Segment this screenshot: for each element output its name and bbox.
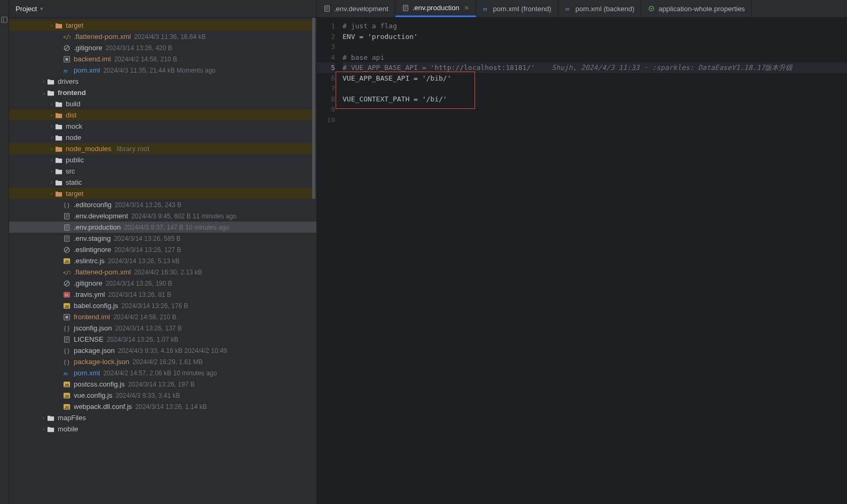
tree-item[interactable]: JS.eslintrc.js2024/3/14 13:26, 5.13 kB	[9, 255, 316, 266]
chevron-right-icon[interactable]: ›	[49, 191, 55, 196]
code-line[interactable]: # base api	[343, 52, 847, 63]
tree-item-label: LICENSE	[74, 335, 104, 343]
tree-item[interactable]: .env.staging2024/3/14 13:26, 585 B	[9, 233, 316, 244]
chevron-right-icon[interactable]: ›	[49, 157, 55, 163]
cfg-icon: { }	[63, 201, 71, 209]
editor-tab[interactable]: mpom.xml (frontend)	[476, 0, 558, 17]
code-line[interactable]	[343, 115, 847, 125]
folder-o-icon	[55, 111, 63, 120]
code-line[interactable]	[343, 104, 847, 115]
ignore-icon	[63, 44, 71, 52]
tree-item[interactable]: JSpostcss.config.js2024/3/14 13:26, 197 …	[9, 379, 316, 390]
tree-item-meta: 2024/3/14 13:26, 585 B	[114, 235, 181, 242]
line-number: 4	[317, 52, 335, 63]
file-tree[interactable]: ›target</>.flattened-pom.xml2024/4/3 11:…	[9, 18, 316, 504]
tree-item-label: mock	[66, 122, 82, 130]
tree-item[interactable]: ›static	[9, 177, 316, 188]
tree-item[interactable]: JSwebpack.dll.conf.js2024/3/14 13:26, 1.…	[9, 401, 316, 412]
tree-item[interactable]: { }package-lock.json2024/4/2 16:29, 1.61…	[9, 356, 316, 367]
code-line[interactable]: VUE_APP_BASE_API = '/bib/'	[343, 73, 847, 84]
editor-tab[interactable]: mpom.xml (backend)	[558, 0, 642, 17]
chevron-right-icon[interactable]: ›	[49, 123, 55, 129]
folder-icon	[55, 167, 63, 176]
code-line[interactable]	[343, 42, 847, 52]
tree-item[interactable]: .env.production2024/4/3 9:37, 147 B 10 m…	[9, 222, 316, 233]
tree-item-label: .eslintignore	[74, 246, 111, 254]
folder-icon	[55, 156, 63, 164]
tree-item[interactable]: backend.iml2024/4/2 14:58, 210 B	[9, 53, 316, 65]
tree-item[interactable]: .gitignore2024/3/14 13:26, 420 B	[9, 42, 316, 53]
tree-item-meta: 2024/4/2 14:57, 2.06 kB 10 minutes ago	[103, 369, 217, 377]
tree-item[interactable]: ›mobile	[9, 423, 316, 435]
code-editor[interactable]: 12345678910 # just a flagENV = 'producti…	[317, 18, 847, 504]
tree-item[interactable]: mpom.xml2024/4/3 11:35, 21.44 kB Moments…	[9, 65, 316, 76]
tree-item[interactable]: ›mock	[9, 121, 316, 132]
chevron-right-icon[interactable]: ›	[49, 101, 55, 107]
editor-tab[interactable]: application-whole.properties	[641, 0, 752, 17]
folder-o-icon	[55, 145, 63, 153]
tree-item[interactable]: mpom.xml2024/4/2 14:57, 2.06 kB 10 minut…	[9, 367, 316, 379]
folder-icon	[55, 100, 63, 108]
tree-item-label: src	[66, 167, 75, 175]
close-icon[interactable]: ✕	[464, 4, 469, 12]
tree-item[interactable]: { }.editorconfig2024/3/14 13:26, 243 B	[9, 199, 316, 210]
tree-item[interactable]: ›node_moduleslibrary root	[9, 143, 316, 154]
chevron-right-icon[interactable]: ›	[41, 415, 46, 421]
tree-item[interactable]: ›mapFiles	[9, 412, 316, 423]
svg-line-27	[65, 281, 69, 285]
chevron-right-icon[interactable]: ›	[49, 146, 55, 152]
json-icon: { }	[63, 324, 71, 333]
tree-item[interactable]: .eslintignore2024/3/14 13:26, 127 B	[9, 244, 316, 255]
project-tool-icon[interactable]	[1, 16, 8, 23]
code-line[interactable]	[343, 83, 847, 94]
tree-item[interactable]: Y!.travis.yml2024/3/14 13:26, 81 B	[9, 289, 316, 300]
tree-item[interactable]: LICENSE2024/3/14 13:26, 1.07 kB	[9, 334, 316, 345]
tree-item[interactable]: ›target	[9, 20, 316, 31]
tree-item[interactable]: ›build	[9, 98, 316, 109]
tree-item[interactable]: { }jsconfig.json2024/3/14 13:26, 137 B	[9, 322, 316, 334]
svg-text:Y!: Y!	[65, 293, 68, 296]
editor-area: .env.development.env.production✕mpom.xml…	[317, 0, 847, 504]
code-line[interactable]: ENV = 'production'	[343, 32, 847, 42]
chevron-down-icon[interactable]: ⌄	[41, 90, 46, 96]
tree-item[interactable]: { }package.json2024/4/3 9:33, 4.16 kB 20…	[9, 345, 316, 356]
tree-item[interactable]: ›src	[9, 166, 316, 177]
svg-text:JS: JS	[65, 259, 69, 263]
tree-item[interactable]: ›public	[9, 154, 316, 166]
tree-scrollbar[interactable]	[312, 18, 315, 199]
tree-item[interactable]: JSvue.config.js2024/4/3 9:33, 3.41 kB	[9, 390, 316, 401]
tree-item[interactable]: JSbabel.config.js2024/3/14 13:26, 176 B	[9, 300, 316, 311]
chevron-right-icon[interactable]: ›	[49, 135, 55, 140]
tree-item[interactable]: ›target	[9, 188, 316, 199]
chevron-right-icon[interactable]: ›	[49, 112, 55, 118]
tree-item[interactable]: </>.flattened-pom.xml2024/4/2 16:30, 2.1…	[9, 266, 316, 278]
editor-tab[interactable]: .env.production✕	[395, 0, 476, 17]
svg-rect-33	[65, 316, 68, 318]
code-line[interactable]: # VUE_APP_BASE_API = 'http://localhost:1…	[343, 62, 847, 73]
chevron-right-icon[interactable]: ›	[41, 78, 46, 84]
chevron-right-icon[interactable]: ›	[41, 426, 46, 432]
tree-item[interactable]: .env.development2024/4/3 9:45, 602 B 11 …	[9, 210, 316, 222]
tree-item[interactable]: frontend.iml2024/4/2 14:58, 210 B	[9, 311, 316, 322]
editor-tab[interactable]: .env.development	[317, 0, 395, 17]
chevron-right-icon[interactable]: ›	[49, 22, 55, 28]
txt-icon	[63, 234, 71, 243]
svg-text:{ }: { }	[64, 358, 69, 365]
chevron-right-icon[interactable]: ›	[49, 168, 55, 174]
sidebar-header[interactable]: Project ▾	[9, 0, 316, 18]
chevron-right-icon[interactable]: ›	[49, 179, 55, 185]
svg-text:</>: </>	[63, 269, 71, 275]
tree-item[interactable]: ⌄frontend	[9, 87, 316, 98]
chevron-down-icon: ▾	[40, 5, 43, 12]
code-line[interactable]: VUE_CONTEXT_PATH = '/bi/'	[343, 94, 847, 105]
editor-code[interactable]: # just a flagENV = 'production'# base ap…	[343, 18, 847, 504]
svg-text:</>: </>	[63, 34, 71, 40]
code-line[interactable]: # just a flag	[343, 21, 847, 32]
tree-item[interactable]: ›dist	[9, 109, 316, 121]
tree-item-meta: 2024/3/14 13:26, 137 B	[115, 325, 182, 332]
tree-item[interactable]: .gitignore2024/3/14 13:26, 190 B	[9, 278, 316, 289]
tree-item[interactable]: ›node	[9, 132, 316, 143]
tree-item[interactable]: ›drivers	[9, 76, 316, 87]
json-icon: { }	[63, 358, 71, 366]
tree-item[interactable]: </>.flattened-pom.xml2024/4/3 11:36, 16.…	[9, 31, 316, 42]
